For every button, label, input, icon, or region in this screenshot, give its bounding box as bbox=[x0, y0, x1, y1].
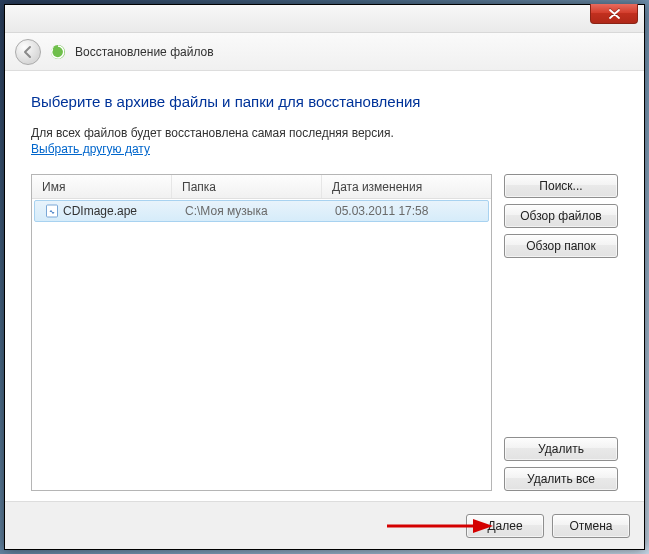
column-folder[interactable]: Папка bbox=[172, 175, 322, 198]
window-title: Восстановление файлов bbox=[75, 45, 214, 59]
dialog-window: Восстановление файлов Выберите в архиве … bbox=[4, 4, 645, 550]
close-icon bbox=[609, 9, 620, 19]
arrow-left-icon bbox=[21, 45, 35, 59]
file-icon bbox=[45, 204, 59, 218]
cancel-button[interactable]: Отмена bbox=[552, 514, 630, 538]
nav-header: Восстановление файлов bbox=[5, 33, 644, 71]
remove-button[interactable]: Удалить bbox=[504, 437, 618, 461]
back-button[interactable] bbox=[15, 39, 41, 65]
browse-folders-button[interactable]: Обзор папок bbox=[504, 234, 618, 258]
footer: Далее Отмена bbox=[5, 501, 644, 549]
spacer bbox=[504, 264, 618, 431]
remove-all-button[interactable]: Удалить все bbox=[504, 467, 618, 491]
column-name[interactable]: Имя bbox=[32, 175, 172, 198]
cell-folder: C:\Моя музыка bbox=[175, 201, 325, 221]
list-body: CDImage.ape C:\Моя музыка 05.03.2011 17:… bbox=[32, 199, 491, 490]
cell-name-text: CDImage.ape bbox=[63, 204, 137, 218]
next-button[interactable]: Далее bbox=[466, 514, 544, 538]
cell-name: CDImage.ape bbox=[35, 201, 175, 221]
browse-files-button[interactable]: Обзор файлов bbox=[504, 204, 618, 228]
cell-date: 05.03.2011 17:58 bbox=[325, 201, 488, 221]
choose-date-link[interactable]: Выбрать другую дату bbox=[31, 142, 618, 156]
column-date[interactable]: Дата изменения bbox=[322, 175, 491, 198]
close-button[interactable] bbox=[590, 4, 638, 24]
side-buttons: Поиск... Обзор файлов Обзор папок Удалит… bbox=[504, 174, 618, 491]
restore-icon bbox=[49, 43, 67, 61]
list-item[interactable]: CDImage.ape C:\Моя музыка 05.03.2011 17:… bbox=[34, 200, 489, 222]
search-button[interactable]: Поиск... bbox=[504, 174, 618, 198]
subtext: Для всех файлов будет восстановлена сама… bbox=[31, 126, 618, 140]
file-list[interactable]: Имя Папка Дата изменения CDImage.ape C:\… bbox=[31, 174, 492, 491]
list-header: Имя Папка Дата изменения bbox=[32, 175, 491, 199]
main-heading: Выберите в архиве файлы и папки для восс… bbox=[31, 93, 618, 110]
titlebar bbox=[5, 5, 644, 33]
content-area: Выберите в архиве файлы и папки для восс… bbox=[5, 71, 644, 501]
body-row: Имя Папка Дата изменения CDImage.ape C:\… bbox=[31, 174, 618, 491]
